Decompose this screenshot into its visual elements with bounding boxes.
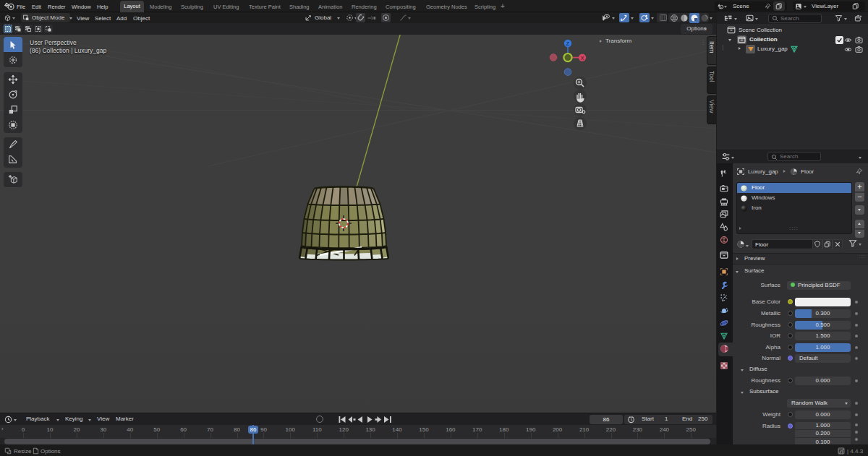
svg-text:Z: Z	[566, 41, 570, 46]
svg-text:X: X	[581, 56, 584, 61]
